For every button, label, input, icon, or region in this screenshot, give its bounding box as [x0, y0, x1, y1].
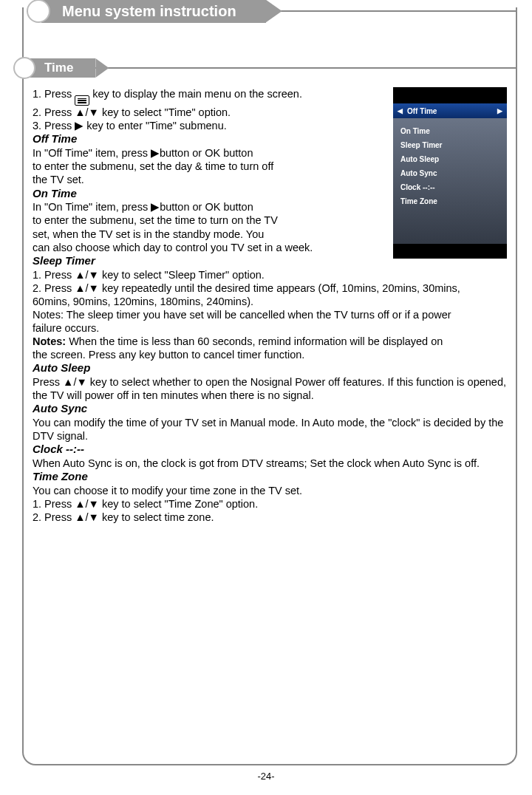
body-text: 60mins, 90mins, 120mins, 180mins, 240min…: [33, 295, 507, 308]
body-text: the screen. Press any key button to canc…: [33, 348, 507, 361]
section-clock: Clock --:--: [33, 443, 507, 457]
body-text: In "On Time" item, press ▶button or OK b…: [33, 200, 381, 214]
intro-line: 2. Press ▲/▼ key to select "Time" option…: [33, 106, 381, 119]
intro-line: 3. Press ▶ key to enter "Time" submenu.: [33, 119, 381, 132]
body-text: 2. Press ▲/▼ key to select time zone.: [33, 511, 507, 524]
body-text: You can choose it to modify your time zo…: [33, 484, 507, 497]
body-text: Notes: When the time is less than 60 sec…: [33, 335, 507, 348]
body-text: In "Off Time" item, press ▶button or OK …: [33, 146, 381, 160]
page-title: Menu system instruction: [41, 0, 266, 23]
body-text: the TV set.: [33, 173, 381, 186]
thumb-top-bar: [393, 87, 507, 103]
menu-icon: [75, 95, 89, 106]
left-arrow-icon: ◀: [398, 107, 403, 115]
thumb-selected-label: Off Time: [403, 107, 497, 115]
body-text: failure occurs.: [33, 321, 507, 335]
body-text: When Auto Sync is on, the clock is got f…: [33, 457, 507, 470]
right-arrow-icon: ▶: [497, 107, 502, 115]
tv-menu-thumbnail: ◀ Off Time ▶ On Time Sleep Timer Auto Sl…: [393, 87, 507, 259]
intro-text: 1. Press: [33, 88, 75, 100]
body-text: set, when the TV set is in the standby m…: [33, 228, 381, 241]
section-time-zone: Time Zone: [33, 470, 507, 484]
thumb-item: Auto Sleep: [400, 152, 499, 166]
body-text: You can modify the time of your TV set i…: [33, 416, 507, 443]
section-auto-sleep: Auto Sleep: [33, 361, 507, 375]
header-tab: Menu system instruction: [27, 0, 266, 22]
intro-line: 1. Press key to display the main menu on…: [33, 87, 381, 106]
subheader-circle: [13, 57, 35, 79]
body-text: Notes: The sleep timer you have set will…: [33, 308, 507, 321]
body-text: When the time is less than 60 seconds, r…: [66, 335, 443, 347]
section-on-time: On Time: [33, 187, 381, 201]
body-text: to enter the submenu, set the day & time…: [33, 160, 381, 173]
page-number: -24-: [0, 771, 532, 782]
intro-text: key to display the main menu on the scre…: [92, 88, 302, 100]
section-auto-sync: Auto Sync: [33, 402, 507, 416]
body-text: 2. Press ▲/▼ key repeatedly until the de…: [33, 282, 507, 295]
body-text: 1. Press ▲/▼ key to select "Sleep Timer"…: [33, 268, 507, 282]
thumb-selected-row: ◀ Off Time ▶: [393, 103, 507, 118]
header-circle: [27, 0, 50, 23]
notes-label: Notes:: [33, 335, 66, 347]
thumb-item: Time Zone: [400, 194, 499, 208]
body-text: Press ▲/▼ key to select whether to open …: [33, 375, 507, 402]
section-off-time: Off Time: [33, 132, 381, 146]
thumb-item: Auto Sync: [400, 166, 499, 180]
body-text: to enter the submenu, set the time to tu…: [33, 214, 381, 227]
body-text: 1. Press ▲/▼ key to select "Time Zone" o…: [33, 497, 507, 511]
thumb-body: On Time Sleep Timer Auto Sleep Auto Sync…: [393, 118, 507, 244]
subheader-tab: Time: [13, 58, 95, 78]
subheader-title: Time: [28, 58, 95, 78]
thumb-item: Clock --:--: [400, 180, 499, 194]
thumb-item: On Time: [400, 124, 499, 138]
thumb-item: Sleep Timer: [400, 138, 499, 152]
